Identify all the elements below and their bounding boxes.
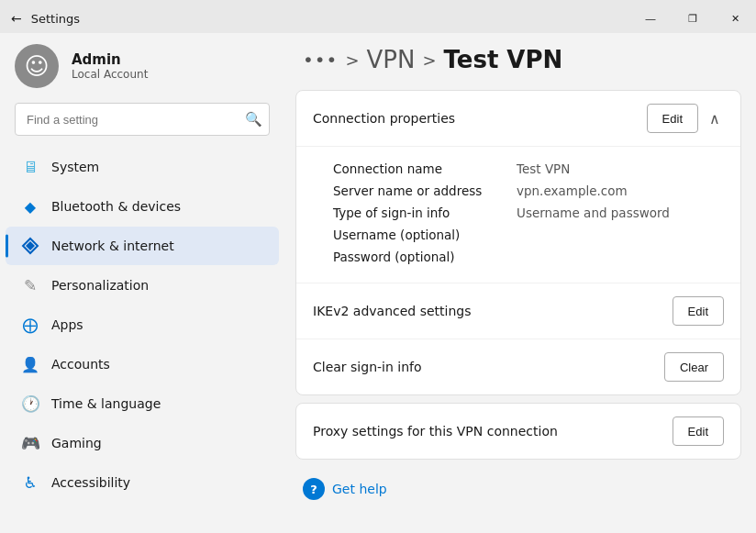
prop-row-server: Server name or address vpn.example.com: [333, 180, 704, 202]
breadcrumb-dots: •••: [303, 49, 338, 71]
prop-value: Test VPN: [517, 161, 570, 176]
search-container: 🔍: [15, 103, 270, 136]
collapse-button[interactable]: ∧: [706, 106, 724, 131]
avatar-icon: ☺: [24, 54, 49, 78]
personalization-icon: ✎: [20, 275, 40, 295]
sidebar-item-accounts[interactable]: 👤 Accounts: [6, 345, 279, 383]
prop-value: vpn.example.com: [517, 183, 628, 198]
gaming-icon: 🎮: [20, 433, 40, 453]
search-input[interactable]: [15, 103, 270, 136]
user-profile[interactable]: ☺ Admin Local Account: [0, 33, 284, 103]
sidebar-item-gaming[interactable]: 🎮 Gaming: [6, 424, 279, 462]
accounts-icon: 👤: [20, 354, 40, 374]
card-header: Connection properties Edit ∧: [296, 91, 740, 147]
user-name: Admin: [72, 51, 148, 68]
sidebar-item-label: Personalization: [51, 278, 149, 293]
get-help-label: Get help: [332, 482, 387, 496]
prop-label: Password (optional): [333, 250, 517, 264]
breadcrumb-current: Test VPN: [444, 46, 563, 73]
sidebar-item-label: Time & language: [51, 396, 161, 411]
get-help-link[interactable]: ? Get help: [295, 467, 741, 511]
accessibility-icon: ♿: [20, 472, 40, 493]
avatar: ☺: [15, 44, 59, 88]
sidebar-item-label: System: [51, 160, 99, 174]
prop-row-signin-type: Type of sign-in info Username and passwo…: [333, 202, 704, 224]
search-icon[interactable]: 🔍: [245, 111, 262, 128]
minimize-button[interactable]: —: [629, 2, 672, 35]
sidebar-item-accessibility[interactable]: ♿ Accessibility: [6, 463, 279, 502]
clear-signin-button[interactable]: Clear: [664, 352, 724, 382]
ikev2-row: IKEv2 advanced settings Edit: [296, 283, 740, 339]
help-icon: ?: [303, 478, 325, 500]
window-title: Settings: [31, 12, 80, 26]
ikev2-edit-button[interactable]: Edit: [673, 296, 724, 326]
breadcrumb-vpn[interactable]: VPN: [366, 46, 415, 73]
prop-value: Username and password: [517, 205, 670, 220]
sidebar-item-label: Bluetooth & devices: [51, 199, 181, 214]
prop-label: Username (optional): [333, 228, 517, 242]
prop-label: Connection name: [333, 161, 517, 176]
prop-label: Server name or address: [333, 183, 517, 198]
sidebar-item-label: Accounts: [51, 357, 110, 372]
connection-properties-title: Connection properties: [313, 111, 455, 126]
network-icon: [20, 236, 40, 256]
sidebar-item-apps[interactable]: ⨁ Apps: [6, 305, 279, 344]
sidebar-item-label: Accessibility: [51, 475, 130, 490]
sidebar-item-time[interactable]: 🕐 Time & language: [6, 384, 279, 423]
properties-table: Connection name Test VPN Server name or …: [296, 147, 740, 283]
prop-row-username: Username (optional): [333, 224, 704, 246]
proxy-row: Proxy settings for this VPN connection E…: [296, 404, 740, 459]
prop-row-connection-name: Connection name Test VPN: [333, 158, 704, 180]
breadcrumb-sep2: >: [422, 50, 436, 70]
connection-properties-card: Connection properties Edit ∧ Connection …: [295, 90, 741, 395]
sidebar: ☺ Admin Local Account 🔍 🖥 System ◆ Bluet…: [0, 33, 284, 533]
clear-signin-label: Clear sign-in info: [313, 360, 422, 374]
card-header-actions: Edit ∧: [647, 104, 724, 133]
system-icon: 🖥: [20, 157, 40, 177]
content-area: ••• > VPN > Test VPN Connection properti…: [284, 33, 756, 533]
close-button[interactable]: ✕: [714, 2, 756, 35]
proxy-edit-button[interactable]: Edit: [673, 416, 724, 446]
sidebar-item-label: Gaming: [51, 436, 102, 450]
clear-signin-row: Clear sign-in info Clear: [296, 339, 740, 394]
sidebar-item-label: Network & internet: [51, 239, 174, 253]
sidebar-item-system[interactable]: 🖥 System: [6, 148, 279, 186]
back-button[interactable]: ←: [11, 11, 22, 26]
breadcrumb: ••• > VPN > Test VPN: [295, 33, 741, 90]
connection-properties-edit-button[interactable]: Edit: [647, 104, 698, 133]
time-icon: 🕐: [20, 394, 40, 414]
title-bar: ← Settings — ❐ ✕: [0, 0, 756, 33]
sidebar-item-label: Apps: [51, 317, 83, 332]
sidebar-item-personalization[interactable]: ✎ Personalization: [6, 266, 279, 305]
nav-list: 🖥 System ◆ Bluetooth & devices Network &…: [0, 147, 284, 503]
breadcrumb-sep1: >: [345, 50, 359, 70]
ikev2-label: IKEv2 advanced settings: [313, 304, 471, 318]
bluetooth-icon: ◆: [20, 196, 40, 217]
maximize-button[interactable]: ❐: [672, 2, 714, 35]
proxy-label: Proxy settings for this VPN connection: [313, 424, 558, 439]
user-info: Admin Local Account: [72, 51, 148, 81]
prop-row-password: Password (optional): [333, 246, 704, 268]
sidebar-item-network[interactable]: Network & internet: [6, 227, 279, 265]
sidebar-item-bluetooth[interactable]: ◆ Bluetooth & devices: [6, 187, 279, 226]
apps-icon: ⨁: [20, 315, 40, 335]
window-controls: — ❐ ✕: [629, 2, 756, 35]
proxy-settings-card: Proxy settings for this VPN connection E…: [295, 403, 741, 460]
prop-label: Type of sign-in info: [333, 205, 517, 220]
user-subtitle: Local Account: [72, 68, 148, 81]
